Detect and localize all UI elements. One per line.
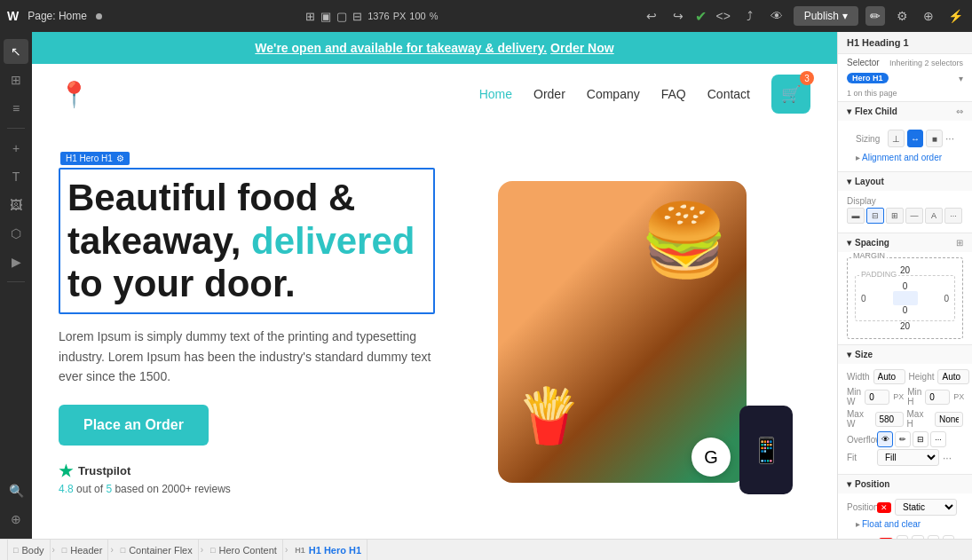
publish-button[interactable]: Publish ▾ <box>794 6 858 26</box>
rp-margin-bottom[interactable]: 20 <box>855 321 955 331</box>
bc-header-icon: □ <box>62 546 67 555</box>
sidebar-icon-text[interactable]: T <box>4 164 28 189</box>
cart-button[interactable]: 🛒 3 <box>771 75 810 114</box>
settings-icon[interactable]: ⚙ <box>892 6 912 26</box>
rp-disp-block[interactable]: ▬ <box>847 208 865 224</box>
rp-minw-unit: PX <box>893 392 904 401</box>
rp-sizing-shrink[interactable]: ⊥ <box>888 130 905 147</box>
rp-minw-input[interactable] <box>865 390 889 405</box>
rp-overflow-scroll[interactable]: ⊟ <box>913 431 929 447</box>
h1-settings-icon[interactable]: ⚙ <box>116 154 124 163</box>
nav-link-home[interactable]: Home <box>479 87 512 101</box>
rp-padding-left[interactable]: 0 <box>861 294 866 304</box>
sidebar-icon-add[interactable]: + <box>4 136 28 161</box>
preview-icon[interactable]: 👁 <box>767 6 786 26</box>
sidebar-icon-media[interactable]: ▶ <box>4 249 28 274</box>
responsive-icon[interactable]: ⊟ <box>352 10 362 23</box>
hero-cta-button[interactable]: Place an Order <box>59 405 209 446</box>
sidebar-icon-search[interactable]: 🔍 <box>4 478 28 503</box>
rp-position-select[interactable]: Static <box>895 499 957 516</box>
rp-layout-body: Display ▬ ⊟ ⊞ — A ··· <box>838 191 972 233</box>
sidebar-icon-image[interactable]: 🖼 <box>4 193 28 217</box>
sidebar-icon-cursor[interactable]: ↖ <box>4 39 28 64</box>
rp-disp-grid[interactable]: ⊞ <box>886 208 904 224</box>
breadcrumb-container[interactable]: □ Container Flex <box>115 540 199 560</box>
rp-alignment-link[interactable]: Alignment and order <box>862 153 942 162</box>
rp-selector-section: Selector Inheriting 2 selectors Hero H1 … <box>838 54 972 102</box>
trustpilot-logo: ★ Trustpilot <box>59 461 435 481</box>
rp-spacing-header[interactable]: ▾ Spacing ⊞ <box>838 233 972 252</box>
rp-overflow-visible[interactable]: 👁 <box>877 431 893 447</box>
rp-padding-bottom[interactable]: 0 <box>861 305 949 315</box>
tablet-icon[interactable]: ⊞ <box>305 10 315 23</box>
rp-position-header[interactable]: ▾ Position <box>838 475 972 493</box>
rp-minw-row: Min W PX Min H PX <box>847 387 963 406</box>
mobile-icon[interactable]: ▢ <box>336 10 347 23</box>
rp-selector-label: Selector <box>847 58 880 67</box>
rp-overflow-edit[interactable]: ✏ <box>895 431 911 447</box>
canvas-size-display: 1376 PX 100 % <box>367 11 438 21</box>
rp-pos-x-badge: ✕ <box>877 502 891 513</box>
rp-padding-right[interactable]: 0 <box>944 294 949 304</box>
rp-fit-label: Fit <box>847 453 873 462</box>
rp-size-header[interactable]: ▾ Size <box>838 345 972 364</box>
rp-flex-child-collapse[interactable]: ⇔ <box>956 106 963 116</box>
code-icon[interactable]: <> <box>714 6 733 26</box>
breadcrumb-body[interactable]: □ Body <box>7 540 51 560</box>
rp-layout-header[interactable]: ▾ Layout <box>838 172 972 191</box>
rp-float-clear-row: ▸ Float and clear <box>847 517 963 532</box>
rp-maxh-input[interactable] <box>935 412 963 427</box>
export-icon[interactable]: ⤴ <box>740 6 760 26</box>
rp-disp-none[interactable]: ··· <box>944 208 962 224</box>
breadcrumb-hero-content[interactable]: □ Hero Content <box>205 540 283 560</box>
rp-minh-label: Min H <box>907 387 921 406</box>
rp-selector-arrow[interactable]: ▾ <box>959 74 963 83</box>
nav-link-company[interactable]: Company <box>587 87 640 101</box>
nav-link-faq[interactable]: FAQ <box>661 87 686 101</box>
rp-sizing-more[interactable]: ··· <box>945 132 954 145</box>
bc-container-label: Container Flex <box>129 545 193 556</box>
announcement-bar: We're open and available for takeaway & … <box>32 32 837 64</box>
rp-height-input[interactable] <box>937 369 969 384</box>
rp-spacing-expand[interactable]: ⊞ <box>956 238 963 248</box>
rp-sizing-grow[interactable]: ↔ <box>907 130 924 147</box>
site-logo[interactable]: 📍 <box>59 80 90 109</box>
rp-width-input[interactable] <box>873 369 905 384</box>
rp-sizing-fixed[interactable]: ■ <box>926 130 943 147</box>
rp-float-clear-link[interactable]: Float and clear <box>862 519 921 529</box>
nav-links: Home Order Company FAQ Contact 🛒 3 <box>479 75 810 114</box>
app-logo[interactable]: W <box>7 9 19 23</box>
rp-disp-flex[interactable]: ⊟ <box>866 208 884 224</box>
rp-size-section: ▾ Size Width Height Min W PX Min H P <box>838 345 972 475</box>
nav-link-contact[interactable]: Contact <box>707 87 750 101</box>
rp-fit-select[interactable]: Fill <box>877 449 939 466</box>
rp-disp-inline-flex[interactable]: A <box>925 208 943 224</box>
redo-icon[interactable]: ↪ <box>668 6 688 26</box>
rp-selector-badge[interactable]: Hero H1 <box>847 73 889 83</box>
google-badge: G <box>691 438 731 477</box>
rp-content-box <box>893 291 918 305</box>
announcement-cta[interactable]: Order Now <box>550 41 614 55</box>
rp-disp-inline[interactable]: — <box>905 208 923 224</box>
rp-flex-child-header[interactable]: ▾ Flex Child ⇔ <box>838 102 972 121</box>
rp-overflow-more[interactable]: ··· <box>930 431 946 447</box>
sidebar-icon-apps[interactable]: ⊕ <box>4 507 28 532</box>
addon-icon[interactable]: ⊕ <box>919 6 938 26</box>
rp-collapse-tri: ▾ <box>847 106 851 116</box>
breadcrumb-header[interactable]: □ Header <box>57 540 109 560</box>
sidebar-icon-shape[interactable]: ⬡ <box>4 221 28 246</box>
sidebar-icon-components[interactable]: ⊞ <box>4 67 28 92</box>
trustpilot-score: 4.8 <box>59 483 74 495</box>
desktop-icon[interactable]: ▣ <box>320 10 331 23</box>
bc-header-label: Header <box>70 545 102 556</box>
breadcrumb-h1[interactable]: H1 H1 Hero H1 <box>289 540 367 560</box>
rp-fit-more[interactable]: ··· <box>943 452 952 464</box>
lightning-icon[interactable]: ⚡ <box>945 6 965 26</box>
sidebar-icon-layers[interactable]: ≡ <box>4 96 28 121</box>
rp-padding-top[interactable]: 0 <box>861 281 949 291</box>
rp-minh-input[interactable] <box>925 390 950 405</box>
edit-pen-icon[interactable]: ✏ <box>865 6 885 26</box>
nav-link-order[interactable]: Order <box>533 87 565 101</box>
undo-icon[interactable]: ↩ <box>642 6 661 26</box>
rp-maxw-input[interactable] <box>875 412 904 427</box>
